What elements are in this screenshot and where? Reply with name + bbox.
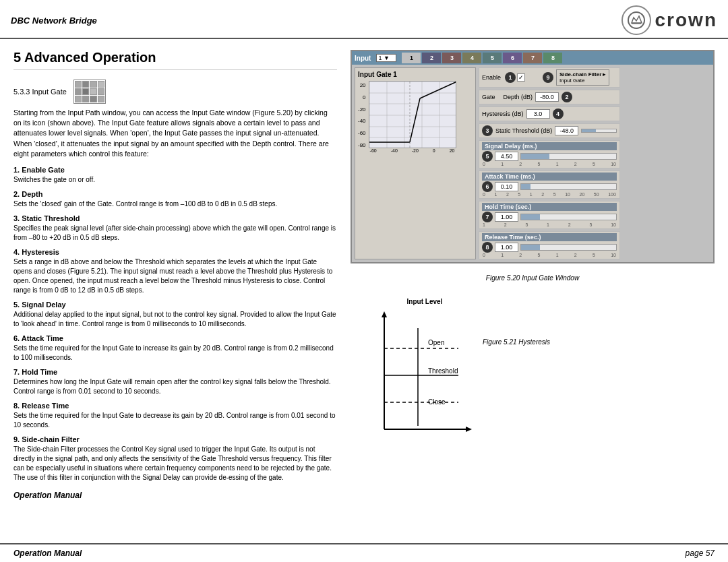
ig-depth-value[interactable]: -80.0 [535,92,559,102]
ig-channel-tab-7[interactable]: 7 [523,53,542,63]
svg-text:Open: Open [428,339,444,346]
ig-channel-tab-4[interactable]: 4 [462,53,481,63]
ig-hysteresis-label: Hysteresis (dB) [482,111,524,117]
ig-channel-tab-8[interactable]: 8 [543,53,562,63]
svg-marker-21 [382,311,387,317]
hyst-caption-area: Figure 5.21 Hysteresis [483,298,550,346]
ig-static-threshold-slider[interactable] [581,129,617,133]
ig-release-time-value[interactable]: 1.00 [495,243,518,252]
ig-depth-label: Depth (dB) [504,94,533,100]
ig-channel-tab-1[interactable]: 1 [402,53,421,63]
ig-hold-time-value[interactable]: 1.00 [495,212,518,222]
badge-7: 7 [482,212,493,222]
chart-y-80n: -80 [358,142,366,148]
ig-channel-tab-2[interactable]: 2 [422,53,441,63]
chart-y-20n: -20 [358,106,366,113]
footer-left-inline: Operation Manual [13,491,82,500]
input-gate-label: Input Gate [559,77,605,84]
ig-channel-tab-5[interactable]: 5 [483,53,502,63]
ig-input-select[interactable]: 1 ▼ [376,54,396,62]
chart-x-20: 20 [450,148,455,153]
ig-signal-delay-value[interactable]: 4.50 [495,152,518,161]
param-list: 1. Enable Gate Switches the gate on or o… [13,166,337,482]
param-9: 9. Side-chain Filter The Side-chain Filt… [13,435,337,482]
ig-release-time-scale: 012512510 [482,253,617,257]
figure-520-caption: Figure 5.20 Input Gate Window [351,274,715,282]
badge-9: 9 [543,72,553,83]
chart-x-0: 0 [433,148,435,153]
chart-x-40n: -40 [391,148,398,153]
page-footer: Operation Manual page 57 [0,543,728,562]
param-1-desc: Switches the gate on or off. [13,175,337,185]
intro-text: Starting from the Input Path window, you… [13,108,337,159]
param-3: 3. Static Threshold Specifies the peak s… [13,214,337,243]
hysteresis-diagram: Open Threshold Close [364,308,472,429]
ig-hold-time-scale: 12512510 [482,222,617,227]
input-gate-icon [73,80,106,104]
ig-channel-tab-6[interactable]: 6 [503,53,522,63]
ig-static-threshold-value[interactable]: -48.0 [555,126,578,135]
ig-enable-checkbox[interactable]: ✓ [517,73,525,82]
ig-signal-delay-slider[interactable] [520,153,617,160]
svg-text:Threshold: Threshold [428,367,458,375]
param-4: 4. Hysteresis Sets a range in dB above a… [13,248,337,295]
badge-1: 1 [505,72,516,83]
hyst-y-axis-label: Input Level [377,298,472,305]
page-header: DBC Network Bridge crown [0,0,728,39]
svg-marker-1 [632,16,642,23]
param-8: 8. Release Time Sets the time required f… [13,402,337,430]
param-1-heading: 1. Enable Gate [13,166,337,174]
param-3-desc: Specifies the peak signal level (after s… [13,224,337,243]
ig-attack-time-scale: 0125125102050100 [482,192,617,197]
param-5-desc: Additional delay applied to the input si… [13,310,337,329]
crown-text: crown [655,9,717,31]
ig-body: Input Gate 1 20 0 -20 -40 -60 -80 [352,65,713,262]
figure-521-caption: Figure 5.21 Hysteresis [483,338,550,346]
param-9-heading: 9. Side-chain Filter [13,435,337,443]
ig-release-time-bar: Release Time (sec.) [482,233,617,241]
ig-hold-time-slider[interactable] [520,214,617,220]
ig-attack-time-slider[interactable] [520,183,617,190]
badge-2: 2 [562,92,572,102]
crown-logo: crown [621,5,717,35]
param-8-desc: Sets the time required for the Input Gat… [13,411,337,430]
param-4-heading: 4. Hysteresis [13,248,337,256]
ig-gate-title: Input Gate 1 [358,71,473,78]
param-6: 6. Attack Time Sets the time required fo… [13,334,337,363]
sidechain-filter-label[interactable]: Side-chain Filter ▸ [559,71,605,77]
ig-gate-label: Gate [482,94,495,100]
ig-release-time-slider[interactable] [520,244,617,251]
main-content: 5 Advanced Operation 5.3.3 Input Gate St… [0,39,728,511]
badge-4: 4 [553,108,564,119]
header-title: DBC Network Bridge [11,15,97,26]
ig-chart [369,81,456,148]
param-2-desc: Sets the 'closed' gain of the Gate. Cont… [13,199,337,209]
param-6-desc: Sets the time required for the Input Gat… [13,344,337,363]
ig-hysteresis-value[interactable]: 3.0 [526,109,550,119]
footer-page-number: page 57 [686,549,715,558]
param-7-heading: 7. Hold Time [13,368,337,376]
right-column: Input 1 ▼ 1 2 3 4 5 6 7 8 [351,50,715,500]
ig-attack-time-value[interactable]: 0.10 [495,182,518,191]
ig-signal-delay-scale: 012512510 [482,162,617,166]
left-column: 5 Advanced Operation 5.3.3 Input Gate St… [13,50,337,500]
badge-3: 3 [482,125,493,136]
param-6-heading: 6. Attack Time [13,334,337,342]
param-7: 7. Hold Time Determines how long the Inp… [13,368,337,396]
chart-y-40n: -40 [358,118,366,124]
svg-marker-23 [466,427,472,432]
param-4-desc: Sets a range in dB above and below the T… [13,257,337,295]
ig-right-panel: Enable 1 ✓ 9 Side-chain Filter ▸ Input G… [479,67,620,259]
footer-operation-manual: Operation Manual [13,549,82,558]
input-gate-window: Input 1 ▼ 1 2 3 4 5 6 7 8 [351,50,715,263]
chart-x-20n: -20 [412,148,419,153]
param-8-heading: 8. Release Time [13,402,337,410]
ig-channel-tab-3[interactable]: 3 [442,53,461,63]
ig-static-threshold-label: Static Threshold (dB) [495,127,552,134]
svg-line-17 [410,98,420,142]
param-1: 1. Enable Gate Switches the gate on or o… [13,166,337,185]
param-2: 2. Depth Sets the 'closed' gain of the G… [13,190,337,209]
crown-icon [621,5,651,35]
param-2-heading: 2. Depth [13,190,337,198]
section-header-533: 5.3.3 Input Gate [13,80,337,104]
